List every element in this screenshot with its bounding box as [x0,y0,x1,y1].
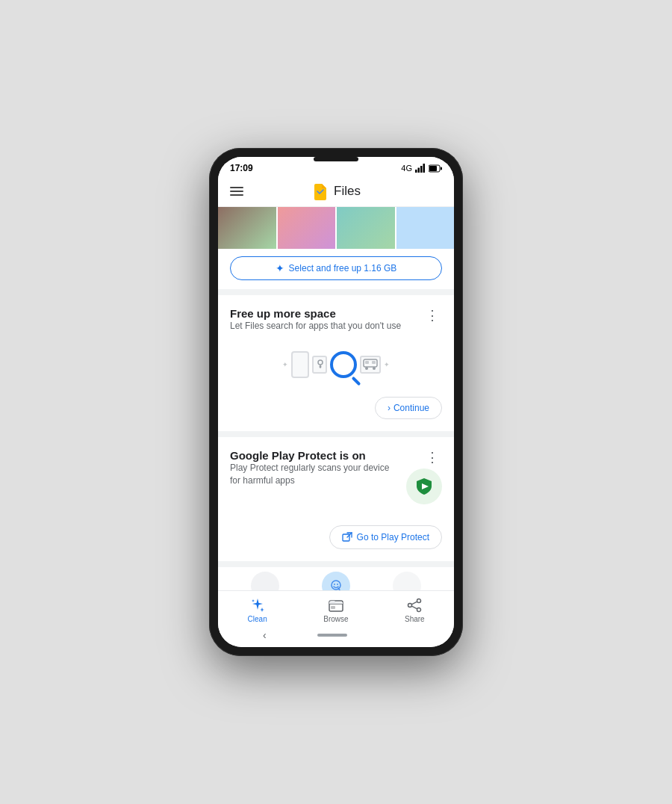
continue-button-container: › Continue [230,397,442,419]
svg-rect-6 [441,167,442,170]
select-free-label: Select and free up 1.16 GB [289,263,397,273]
chevron-right-icon: › [388,403,391,413]
play-protect-subtitle: Play Protect regularly scans your device… [230,462,397,487]
bottom-partial-section [218,567,454,590]
go-play-protect-container: Go to Play Protect [230,513,442,549]
free-up-card-title: Free up more space [230,307,401,320]
share-arrow-icon [406,597,423,613]
home-pill[interactable] [317,634,347,637]
map-pin-icon [314,359,326,369]
svg-rect-2 [420,166,423,173]
play-protect-right: ⋮ [397,449,442,504]
svg-point-15 [334,584,335,585]
browse-folder-icon [328,597,344,613]
svg-point-7 [318,360,323,365]
select-and-free-button[interactable]: ✦ Select and free up 1.16 GB [230,256,442,280]
hamburger-menu-button[interactable] [230,187,243,196]
free-up-space-card: Free up more space Let Files search for … [218,295,454,431]
illus-phone [291,351,309,378]
svg-point-16 [337,584,338,585]
external-link-icon [342,532,352,542]
app-logo: Files [311,182,361,200]
play-protect-info: Google Play Protect is on Play Protect r… [230,449,397,487]
svg-rect-1 [418,168,420,173]
back-button[interactable]: ‹ [263,629,267,641]
signal-icon [415,164,426,173]
free-up-card-text: Free up more space Let Files search for … [230,307,401,333]
free-up-illustration: ✦ [230,338,442,391]
signal-label: 4G [401,164,412,173]
share-nav-label: Share [405,615,425,623]
illustration-row: ✦ [282,351,390,378]
continue-label: Continue [393,403,429,413]
bottom-navigation: Clean Browse [218,590,454,626]
nav-item-share[interactable]: Share [393,597,435,623]
svg-rect-10 [372,361,376,364]
play-protect-header: Google Play Protect is on Play Protect r… [230,449,442,504]
svg-point-19 [417,599,421,603]
photo-strip-card: ✦ Select and free up 1.16 GB [218,207,454,289]
illus-card [312,356,327,374]
photo-thumb-1 [218,207,276,249]
free-up-more-options-button[interactable]: ⋮ [423,307,442,324]
battery-icon [429,164,442,173]
scroll-content[interactable]: ✦ Select and free up 1.16 GB Free up mor… [218,207,454,590]
play-protect-card: Google Play Protect is on Play Protect r… [218,437,454,561]
svg-point-20 [408,604,412,607]
camera-notch [314,157,358,161]
phone-frame: 17:09 4G [209,148,463,656]
free-up-card-header: Free up more space Let Files search for … [230,307,442,333]
svg-rect-18 [331,606,335,609]
svg-rect-9 [365,361,369,364]
illus-bus [360,356,381,374]
continue-button[interactable]: › Continue [375,397,442,419]
clean-icon [249,597,266,613]
sparkle-right: ✦ [384,361,390,368]
home-indicator: ‹ [218,626,454,647]
svg-point-21 [417,608,421,612]
clean-nav-label: Clean [248,615,267,623]
photo-thumb-2 [278,207,336,249]
sparkle-icon: ✦ [276,262,284,274]
svg-line-23 [412,606,417,609]
search-icon-illus [330,351,357,378]
go-to-play-protect-button[interactable]: Go to Play Protect [329,525,442,549]
play-protect-title: Google Play Protect is on [230,449,397,462]
app-title: Files [334,184,361,199]
svg-rect-3 [423,164,426,173]
app-header: Files [218,176,454,207]
nav-item-clean[interactable]: Clean [237,597,279,623]
search-handle [352,376,361,386]
free-up-card-subtitle: Let Files search for apps that you don't… [230,320,401,333]
svg-line-22 [412,602,417,604]
browse-icon [328,597,344,613]
go-play-protect-label: Go to Play Protect [357,532,429,542]
partial-icon-1 [251,572,279,590]
browse-nav-label: Browse [323,615,348,623]
svg-rect-13 [343,534,349,541]
bus-icon [363,358,378,370]
photo-thumb-3 [337,207,395,249]
svg-rect-5 [429,166,437,171]
search-circle [330,351,357,378]
photo-thumb-4 [396,207,455,249]
play-protect-shield-icon [414,476,435,497]
status-time: 17:09 [230,163,253,173]
files-app-icon [311,182,329,200]
share-icon [406,597,423,613]
svg-rect-0 [415,170,417,173]
svg-point-12 [373,367,376,370]
partial-icon-2 [322,572,350,590]
play-protect-icon-wrap [406,469,442,504]
partial-icon-3 [393,572,421,590]
photo-strip [218,207,454,249]
face-icon [329,580,343,590]
play-protect-more-options-button[interactable]: ⋮ [423,449,442,466]
sparkle-left: ✦ [282,361,288,368]
status-icons: 4G [401,164,442,173]
svg-point-11 [365,367,368,370]
phone-screen: 17:09 4G [218,157,454,647]
nav-item-browse[interactable]: Browse [315,597,357,623]
clean-sparkle-icon [249,597,266,613]
